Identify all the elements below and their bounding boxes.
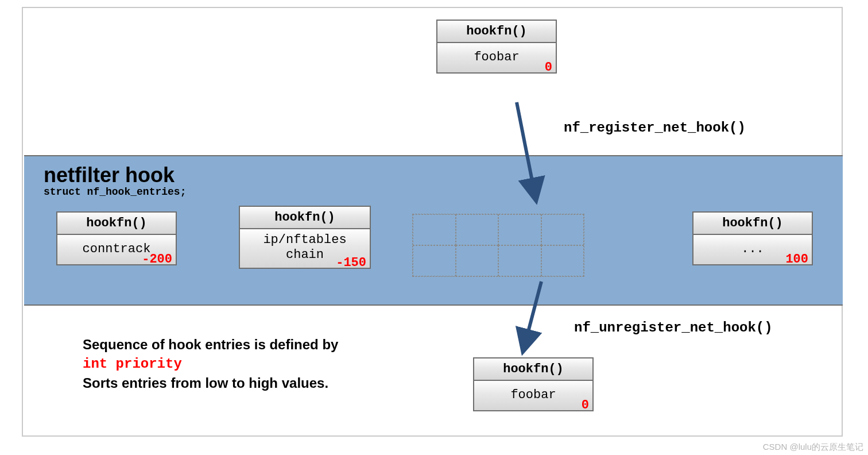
empty-slot-grid <box>412 214 584 277</box>
hookfn-priority: 0 <box>545 60 552 75</box>
hookfn-box-bottom: hookfn() foobar 0 <box>473 357 594 411</box>
unregister-fn-label: nf_unregister_net_hook() <box>574 320 773 336</box>
hookfn-priority: 100 <box>785 252 808 267</box>
hookfn-header: hookfn() <box>474 358 592 381</box>
slot-cell <box>456 245 499 276</box>
hookfn-priority: -200 <box>142 252 172 267</box>
hookfn-header: hookfn() <box>57 213 176 235</box>
register-fn-label: nf_register_net_hook() <box>564 120 746 136</box>
hookfn-box-top: hookfn() foobar 0 <box>436 20 557 74</box>
hookfn-header: hookfn() <box>437 21 556 43</box>
hookfn-header: hookfn() <box>693 213 812 235</box>
watermark: CSDN @lulu的云原生笔记 <box>763 442 863 453</box>
hookfn-box-conntrack: hookfn() conntrack -200 <box>56 211 177 265</box>
slot-cell <box>498 245 541 276</box>
bluebar-subtitle: struct nf_hook_entries; <box>44 186 186 198</box>
sequence-line1: Sequence of hook entries is defined by <box>83 337 338 352</box>
hookfn-box-nftables: hookfn() ip/nftables chain -150 <box>239 206 371 269</box>
hookfn-priority: -150 <box>336 256 366 270</box>
netfilter-hook-bar: netfilter hook struct nf_hook_entries; h… <box>24 155 843 306</box>
sequence-line3: Sorts entries from low to high values. <box>83 375 328 391</box>
diagram-frame: hookfn() foobar 0 nf_register_net_hook()… <box>22 7 843 437</box>
hookfn-header: hookfn() <box>240 207 370 229</box>
sequence-line2: int priority <box>83 356 182 372</box>
hookfn-box-etc: hookfn() ... 100 <box>692 211 813 265</box>
sequence-text: Sequence of hook entries is defined by i… <box>83 336 338 392</box>
hookfn-priority: 0 <box>582 398 589 412</box>
bluebar-title: netfilter hook <box>44 163 175 187</box>
slot-cell <box>413 245 456 276</box>
slot-cell <box>541 214 584 245</box>
hookfn-body: foobar <box>474 381 592 410</box>
slot-cell <box>413 214 456 245</box>
slot-cell <box>541 245 584 276</box>
slot-cell <box>498 214 541 245</box>
hookfn-body: foobar <box>437 43 556 72</box>
slot-cell <box>456 214 499 245</box>
